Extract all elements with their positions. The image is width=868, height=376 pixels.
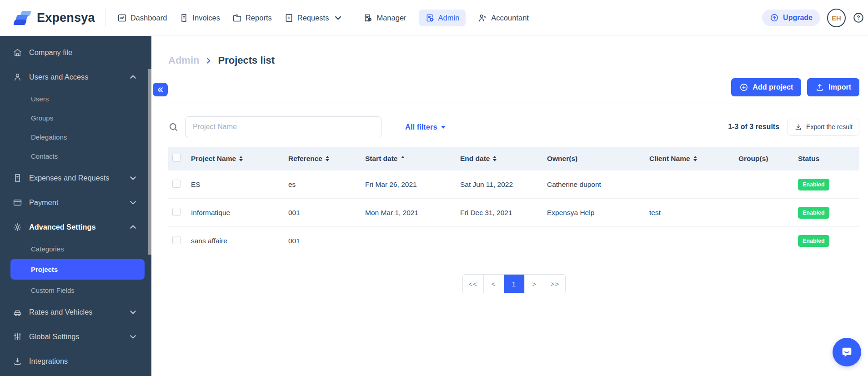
cell-end-date: Fri Dec 31, 2021	[460, 209, 547, 217]
nav-reports[interactable]: Reports	[232, 13, 272, 23]
table-row[interactable]: sans affaire 001 Enabled	[168, 227, 859, 255]
sidebar-scrollbar[interactable]	[148, 69, 151, 255]
column-header-start-date[interactable]: Start date	[365, 155, 460, 163]
top-bar: Expensya Dashboard Invoices Reports Requ…	[0, 0, 868, 36]
brand-name: Expensya	[37, 11, 95, 25]
chevron-down-icon	[128, 198, 138, 207]
nav-invoices[interactable]: Invoices	[179, 13, 220, 23]
column-label: Client Name	[649, 155, 690, 163]
topbar-right: Upgrade EH ?	[762, 9, 868, 27]
sidebar-item-categories[interactable]: Categories	[0, 239, 151, 258]
sidebar-item-global-settings[interactable]: Global Settings	[0, 324, 151, 349]
table-header-row: Project Name Reference Start date End da…	[168, 147, 859, 170]
column-header-end-date[interactable]: End date	[460, 155, 547, 163]
avatar-initials: EH	[832, 14, 841, 22]
column-header-status[interactable]: Status	[798, 155, 859, 163]
all-filters-button[interactable]: All filters	[405, 123, 446, 131]
nav-admin[interactable]: Admin	[419, 10, 466, 26]
cell-owners: Catherine dupont	[547, 180, 649, 189]
select-all-checkbox[interactable]	[172, 154, 181, 162]
pagination-prev-button[interactable]: <	[483, 275, 504, 293]
column-label: End date	[460, 155, 490, 163]
column-header-groups[interactable]: Group(s)	[738, 155, 798, 163]
breadcrumb-admin[interactable]: Admin	[168, 55, 199, 66]
sidebar-item-label: Advanced Settings	[29, 223, 96, 231]
nav-dashboard[interactable]: Dashboard	[117, 13, 167, 23]
sidebar-item-company-file[interactable]: Company file	[0, 40, 151, 65]
status-badge: Enabled	[798, 179, 829, 191]
car-icon	[13, 307, 22, 317]
add-project-label: Add project	[753, 83, 793, 91]
import-button[interactable]: Import	[807, 78, 859, 96]
table-row[interactable]: ES es Fri Mar 26, 2021 Sat Jun 11, 2022 …	[168, 170, 859, 199]
collapse-sidebar-button[interactable]	[153, 83, 168, 96]
sidebar-item-contacts[interactable]: Contacts	[0, 146, 151, 165]
sort-asc-icon	[401, 156, 405, 158]
gear-icon	[13, 222, 22, 232]
nav-accountant[interactable]: $ Accountant	[478, 13, 529, 23]
sidebar-item-rates-and-vehicles[interactable]: Rates and Vehicles	[0, 300, 151, 324]
sidebar-item-users[interactable]: Users	[0, 89, 151, 108]
sidebar-item-label: Payment	[29, 198, 58, 207]
sidebar-item-payment[interactable]: Payment	[0, 190, 151, 215]
nav-label: Invoices	[192, 14, 220, 22]
admin-icon	[425, 13, 435, 23]
avatar[interactable]: EH	[827, 9, 846, 27]
column-header-reference[interactable]: Reference	[288, 155, 365, 163]
sidebar-sub-label: Projects	[31, 266, 58, 273]
pagination-first-button[interactable]: <<	[463, 275, 483, 293]
chat-widget-button[interactable]	[833, 338, 861, 366]
nav-manager[interactable]: Manager	[363, 13, 406, 23]
chevron-up-icon	[128, 72, 138, 82]
row-checkbox[interactable]	[172, 180, 181, 188]
sort-icon	[493, 156, 497, 161]
pagination-next-button[interactable]: >	[524, 275, 545, 293]
sort-icon	[239, 156, 243, 161]
sidebar-item-expenses-and-requests[interactable]: Expenses and Requests	[0, 165, 151, 190]
cell-reference: 001	[288, 209, 365, 217]
column-header-project-name[interactable]: Project Name	[191, 155, 288, 163]
search-input[interactable]	[185, 116, 381, 137]
row-checkbox[interactable]	[172, 208, 181, 216]
search-icon[interactable]	[168, 122, 179, 132]
dashboard-icon	[117, 13, 127, 23]
sidebar: Company file Users and Access Users Grou…	[0, 36, 151, 376]
sidebar-item-users-and-access[interactable]: Users and Access	[0, 65, 151, 89]
invoices-icon	[179, 13, 189, 23]
cell-project-name: sans affaire	[191, 237, 288, 245]
pagination-page-1-button[interactable]: 1	[504, 275, 524, 293]
sidebar-item-integrations[interactable]: Integrations	[0, 349, 151, 373]
main-content: Admin Projects list Add project Import A…	[151, 36, 868, 376]
help-icon[interactable]: ?	[853, 12, 864, 24]
sidebar-item-advanced-settings[interactable]: Advanced Settings	[0, 215, 151, 239]
nav-label: Accountant	[491, 14, 529, 22]
projects-table: Project Name Reference Start date End da…	[168, 147, 859, 255]
column-header-owners[interactable]: Owner(s)	[547, 155, 649, 163]
add-project-button[interactable]: Add project	[731, 78, 801, 96]
chevron-down-icon	[128, 307, 138, 317]
table-row[interactable]: Informatique 001 Mon Mar 1, 2021 Fri Dec…	[168, 199, 859, 227]
column-header-client-name[interactable]: Client Name	[649, 155, 738, 163]
manager-icon	[363, 13, 373, 23]
accountant-icon: $	[478, 13, 487, 23]
expensya-logo[interactable]: Expensya	[14, 10, 95, 25]
nav-requests[interactable]: Requests	[284, 13, 343, 23]
sidebar-item-projects[interactable]: Projects	[10, 259, 145, 280]
nav-label: Reports	[246, 14, 272, 22]
column-label: Status	[798, 155, 819, 163]
filter-right: 1-3 of 3 results Export the result	[728, 119, 859, 135]
row-checkbox[interactable]	[172, 236, 181, 244]
sidebar-item-groups[interactable]: Groups	[0, 108, 151, 127]
cell-project-name: ES	[191, 180, 288, 189]
status-badge: Enabled	[798, 235, 829, 247]
sidebar-item-delegations[interactable]: Delegations	[0, 127, 151, 146]
download-icon	[13, 356, 22, 366]
pagination-last-button[interactable]: >>	[545, 275, 565, 293]
export-result-button[interactable]: Export the result	[788, 119, 859, 135]
column-label: Reference	[288, 155, 322, 163]
column-label: Owner(s)	[547, 155, 577, 163]
cell-owners: Expensya Help	[547, 209, 649, 217]
sidebar-item-custom-fields[interactable]: Custom Fields	[0, 281, 151, 300]
chevron-down-icon	[128, 173, 138, 183]
upgrade-button[interactable]: Upgrade	[762, 10, 820, 26]
